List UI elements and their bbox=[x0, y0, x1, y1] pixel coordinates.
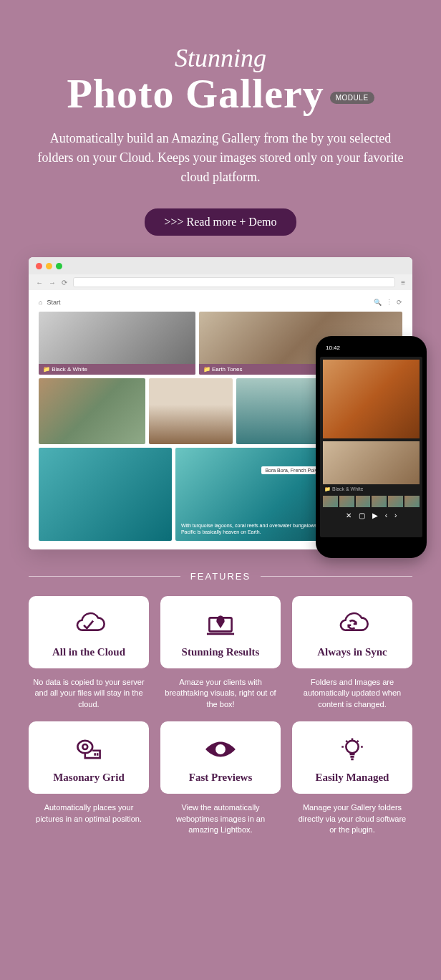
album-label: 📁 Black & White bbox=[39, 364, 195, 375]
lightbulb-icon bbox=[299, 736, 405, 766]
close-icon: ✕ bbox=[346, 511, 352, 519]
hero-eyebrow: Stunning bbox=[29, 43, 412, 73]
mockup: ← → ⟳ ≡ ⌂ Start 🔍 ⋮ ⟳ 📁 bbox=[0, 257, 441, 549]
forward-icon: → bbox=[49, 279, 56, 287]
feature-title: Always in Sync bbox=[299, 646, 405, 658]
gallery-image bbox=[149, 378, 232, 444]
laptop-rocket-icon bbox=[168, 610, 273, 640]
more-icon: ⋮ bbox=[386, 299, 392, 306]
feature-managed: Easily Managed Manage your Gallery folde… bbox=[292, 721, 412, 835]
refresh-icon: ⟳ bbox=[62, 279, 67, 287]
feature-title: Masonary Grid bbox=[36, 772, 142, 784]
measure-tape-icon bbox=[36, 736, 142, 766]
hero-title: Photo Gallery bbox=[67, 73, 324, 115]
features-label: FEATURES bbox=[190, 571, 251, 582]
feature-cloud: All in the Cloud No data is copied to yo… bbox=[29, 596, 149, 710]
feature-sync: Always in Sync Folders and Images are au… bbox=[292, 596, 412, 710]
read-more-button[interactable]: >>> Read more + Demo bbox=[145, 208, 297, 236]
refresh-icon: ⟳ bbox=[397, 299, 402, 306]
menu-icon: ≡ bbox=[401, 279, 405, 287]
home-icon: ⌂ bbox=[39, 299, 42, 306]
back-icon: ← bbox=[36, 279, 43, 287]
phone-screen: 📁 Black & White ✕ ▢ ▶ ‹ › bbox=[320, 357, 422, 537]
svg-point-2 bbox=[82, 744, 87, 749]
cloud-check-icon bbox=[36, 610, 142, 640]
phone-album-label: 📁 Black & White bbox=[320, 484, 422, 494]
phone-image bbox=[323, 441, 420, 484]
feature-title: Easily Managed bbox=[299, 772, 405, 784]
svg-point-4 bbox=[346, 741, 358, 753]
feature-desc: Amaze your clients with breathtaking vis… bbox=[160, 668, 281, 710]
search-icon: 🔍 bbox=[374, 299, 382, 306]
hero-description: Automatically build an Amazing Gallery f… bbox=[34, 129, 407, 187]
play-icon: ▶ bbox=[372, 511, 378, 519]
breadcrumb-start: Start bbox=[47, 299, 60, 306]
phone-notch bbox=[354, 350, 389, 357]
feature-results: Stunning Results Amaze your clients with… bbox=[160, 596, 281, 710]
cloud-sync-icon bbox=[299, 610, 405, 640]
prev-icon: ‹ bbox=[385, 511, 387, 519]
module-badge: MODULE bbox=[330, 92, 374, 104]
eye-icon bbox=[168, 736, 273, 766]
close-dot-icon bbox=[36, 263, 42, 269]
minimize-dot-icon bbox=[46, 263, 52, 269]
maximize-dot-icon bbox=[56, 263, 62, 269]
album-black-white: 📁 Black & White bbox=[39, 312, 195, 375]
next-icon: › bbox=[394, 511, 397, 519]
feature-title: Fast Previews bbox=[168, 772, 273, 784]
browser-titlebar bbox=[29, 257, 412, 274]
feature-title: Stunning Results bbox=[168, 646, 273, 658]
phone-thumbnails bbox=[320, 494, 422, 509]
browser-toolbar: ← → ⟳ ≡ bbox=[29, 274, 412, 290]
phone-image bbox=[323, 360, 420, 438]
gallery-image bbox=[39, 448, 172, 541]
feature-previews: Fast Previews View the automatically web… bbox=[160, 721, 281, 835]
svg-point-3 bbox=[218, 747, 223, 752]
feature-desc: Automatically places your pictures in an… bbox=[29, 794, 149, 825]
feature-title: All in the Cloud bbox=[36, 646, 142, 658]
feature-desc: No data is copied to your server and all… bbox=[29, 668, 149, 710]
fullscreen-icon: ▢ bbox=[359, 511, 365, 519]
feature-desc: Manage your Gallery folders directly via… bbox=[292, 794, 412, 835]
url-input bbox=[73, 277, 395, 287]
feature-desc: View the automatically weboptimes images… bbox=[160, 794, 281, 835]
gallery-image bbox=[39, 378, 145, 444]
feature-desc: Folders and Images are automatically upd… bbox=[292, 668, 412, 710]
phone-mockup: 10:42 📁 Black & White ✕ ▢ ▶ ‹ › bbox=[316, 336, 427, 558]
feature-grid: Masonary Grid Automatically places your … bbox=[29, 721, 149, 835]
phone-controls: ✕ ▢ ▶ ‹ › bbox=[320, 509, 422, 522]
features-grid: All in the Cloud No data is copied to yo… bbox=[0, 596, 441, 835]
hero: Stunning Photo Gallery MODULE Automatica… bbox=[0, 0, 441, 257]
svg-point-1 bbox=[77, 741, 92, 753]
